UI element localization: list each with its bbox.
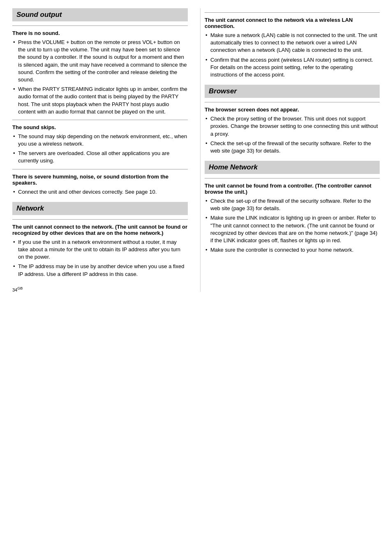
humming-title: There is severe humming, noise, or sound… xyxy=(12,174,188,186)
sound-output-header: Sound output xyxy=(12,8,188,21)
list-item: Press the VOLUME + button on the remote … xyxy=(12,39,188,83)
controller-browse-title: The unit cannot be found from a controll… xyxy=(205,183,380,195)
divider-7 xyxy=(205,178,380,178)
left-column: Sound output There is no sound. Press th… xyxy=(12,8,192,292)
divider-3 xyxy=(12,169,188,169)
cannot-connect-title: The unit cannot connect to the network. … xyxy=(12,224,188,236)
page-layout: Sound output There is no sound. Press th… xyxy=(12,8,380,292)
wireless-lan-title: The unit cannot connect to the network v… xyxy=(205,17,380,29)
list-item: The sound may skip depending on the netw… xyxy=(12,133,188,148)
wireless-lan-list: Make sure a network (LAN) cable is not c… xyxy=(205,32,380,79)
list-item: Check the set-up of the firewall of the … xyxy=(205,140,380,155)
page-number: 34GB xyxy=(12,286,188,292)
divider-6 xyxy=(205,102,380,102)
list-item: Make sure a network (LAN) cable is not c… xyxy=(205,32,380,54)
list-item: The IP address may be in use by another … xyxy=(12,263,188,278)
divider-4 xyxy=(12,219,188,220)
browser-header: Browser xyxy=(205,85,380,98)
list-item: Connect the unit and other devices corre… xyxy=(12,188,188,196)
controller-browse-list: Check the set-up of the firewall of the … xyxy=(205,197,380,254)
list-item: The servers are overloaded. Close all ot… xyxy=(12,150,188,164)
divider-5 xyxy=(205,12,380,13)
network-section: Network The unit cannot connect to the n… xyxy=(12,202,188,278)
list-item: Check the set-up of the firewall of the … xyxy=(205,197,380,212)
sound-skips-list: The sound may skip depending on the netw… xyxy=(12,133,188,165)
list-item: When the PARTY STREAMING indicator light… xyxy=(12,86,188,116)
browser-section: Browser The browser screen does not appe… xyxy=(205,85,380,155)
list-item: If you use the unit in a network environ… xyxy=(12,239,188,261)
browser-screen-title: The browser screen does not appear. xyxy=(205,107,380,113)
list-item: Make sure the controller is connected to… xyxy=(205,246,380,254)
home-network-section: Home Network The unit cannot be found fr… xyxy=(205,161,380,254)
sound-skips-title: The sound skips. xyxy=(12,124,188,130)
right-column: The unit cannot connect to the network v… xyxy=(200,8,380,292)
sound-output-section: Sound output There is no sound. Press th… xyxy=(12,8,188,196)
no-sound-list: Press the VOLUME + button on the remote … xyxy=(12,39,188,116)
network-wireless-section: The unit cannot connect to the network v… xyxy=(205,12,380,79)
list-item: Check the proxy setting of the browser. … xyxy=(205,115,380,138)
divider-2 xyxy=(12,120,188,120)
network-header: Network xyxy=(12,202,188,215)
humming-list: Connect the unit and other devices corre… xyxy=(12,188,188,196)
browser-screen-list: Check the proxy setting of the browser. … xyxy=(205,115,380,155)
cannot-connect-list: If you use the unit in a network environ… xyxy=(12,239,188,278)
list-item: Make sure the LINK indicator is lighting… xyxy=(205,214,380,244)
list-item: Confirm that the access point (wireless … xyxy=(205,56,380,79)
divider-1 xyxy=(12,25,188,26)
no-sound-title: There is no sound. xyxy=(12,30,188,36)
home-network-header: Home Network xyxy=(205,161,380,174)
